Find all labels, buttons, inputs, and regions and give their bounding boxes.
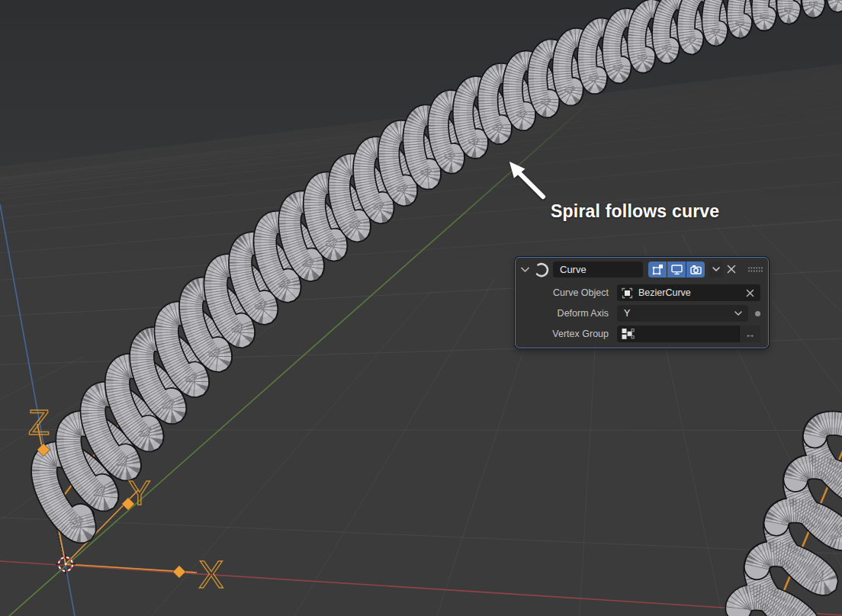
display-toggle-group bbox=[648, 261, 705, 278]
vertex-group-row: Vertex Group ↔ bbox=[516, 326, 760, 342]
swap-icon: ↔ bbox=[745, 328, 756, 340]
render-toggle[interactable] bbox=[686, 261, 705, 278]
realtime-display-toggle[interactable] bbox=[667, 261, 686, 278]
delete-modifier-icon[interactable] bbox=[727, 265, 736, 274]
axis-label-z: Z bbox=[28, 403, 50, 442]
clear-object-icon[interactable] bbox=[746, 289, 754, 297]
deform-axis-dropdown[interactable]: Y bbox=[617, 305, 748, 322]
deform-axis-label: Deform Axis bbox=[516, 308, 617, 319]
object-data-icon bbox=[622, 287, 633, 299]
collapse-chevron-icon[interactable] bbox=[521, 267, 529, 272]
invert-vertex-group-button[interactable]: ↔ bbox=[739, 326, 760, 342]
axis-label-x: X bbox=[198, 553, 223, 596]
spiral-mesh-far-segment[interactable] bbox=[738, 423, 842, 616]
curve-object-value: BezierCurve bbox=[638, 287, 746, 298]
curve-modifier-panel: Curve bbox=[515, 257, 769, 348]
vertex-group-icon bbox=[622, 328, 635, 340]
modifier-name-field[interactable]: Curve bbox=[553, 261, 643, 278]
extras-dropdown-button[interactable] bbox=[709, 261, 723, 278]
deform-axis-row: Deform Axis Y bbox=[516, 305, 760, 322]
modifier-header: Curve bbox=[516, 258, 768, 281]
curve-object-row: Curve Object BezierCurve bbox=[516, 284, 760, 301]
edit-mode-toggle[interactable] bbox=[648, 261, 667, 278]
curve-modifier-icon bbox=[533, 261, 549, 278]
axis-label-y: Y bbox=[128, 474, 150, 512]
drag-grip-icon[interactable] bbox=[747, 266, 763, 273]
animate-decorator-dot[interactable] bbox=[755, 311, 760, 316]
curve-object-label: Curve Object bbox=[516, 287, 617, 298]
chevron-down-icon bbox=[734, 311, 742, 316]
vertex-group-label: Vertex Group bbox=[516, 329, 617, 339]
annotation-text: Spiral follows curve bbox=[551, 201, 749, 222]
x-axis-line bbox=[0, 561, 842, 615]
vertex-group-field[interactable]: ↔ bbox=[617, 326, 760, 342]
curve-object-field[interactable]: BezierCurve bbox=[617, 284, 760, 301]
deform-axis-value: Y bbox=[617, 308, 734, 319]
